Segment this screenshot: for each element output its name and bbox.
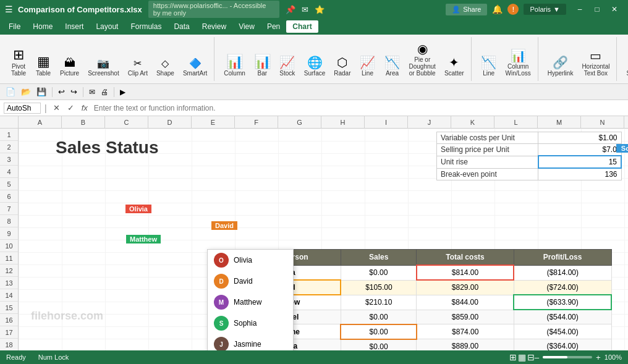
insert-function-button[interactable]: fx: [79, 103, 90, 113]
row-num-7: 7: [0, 203, 18, 215]
radar-chart-button[interactable]: ⬡Radar: [331, 54, 354, 78]
zoom-level: 100%: [605, 353, 622, 361]
info-row-3: Unit rise 15: [437, 156, 622, 168]
normal-view-button[interactable]: ⊞: [509, 352, 517, 362]
toolbar-save[interactable]: 💾: [35, 87, 48, 97]
formula-input[interactable]: [94, 104, 624, 112]
row-num-14: 14: [0, 289, 18, 302]
toolbar-new[interactable]: 📄: [4, 87, 17, 97]
info-value-1: $1.00: [538, 132, 621, 144]
col-header-L: L: [494, 116, 538, 128]
share-button[interactable]: 👤 Share: [446, 4, 487, 15]
ribbon: ⊞PivotTable ▦Table 🏔Picture 📷Screenshot …: [0, 35, 628, 84]
cell-costs-olivia: $814.00: [417, 265, 514, 280]
status-bar: Ready Num Lock ⊞ ▦ ⊟ – + 100%: [0, 350, 628, 364]
menu-item-pen[interactable]: Pen: [261, 20, 286, 33]
menu-item-insert[interactable]: Insert: [59, 20, 90, 33]
hyperlink-button[interactable]: 🔗Hyperlink: [545, 54, 577, 78]
pie-chart-button[interactable]: ◉Pie orDoughnutor Bubble: [406, 41, 439, 78]
zoom-out-button[interactable]: –: [535, 353, 539, 362]
view-buttons: ⊞ ▦ ⊟: [509, 352, 535, 362]
cell-sales-michael: $0.00: [341, 310, 416, 324]
menu-bar: FileHomeInsertLayoutFormulasDataReviewVi…: [0, 19, 628, 35]
maximize-button[interactable]: □: [588, 1, 606, 18]
text-box-button[interactable]: ▭HorizontalText Box: [579, 48, 613, 78]
page-break-button[interactable]: ⊟: [527, 352, 535, 362]
menu-item-view[interactable]: View: [232, 20, 261, 33]
cell-costs-david: $829.00: [417, 280, 514, 295]
minimize-button[interactable]: –: [571, 1, 588, 18]
row-num-17: 17: [0, 326, 18, 339]
smart-art-button[interactable]: 🔷SmartArt: [180, 57, 210, 78]
sparkline-line-button[interactable]: 📉Line: [478, 54, 500, 78]
zoom-slider[interactable]: [543, 356, 592, 358]
grid-area[interactable]: Sales Status Variable costs per Unit $1.…: [19, 129, 628, 350]
page-layout-button[interactable]: ▦: [518, 352, 526, 362]
menu-item-file[interactable]: File: [2, 20, 27, 33]
area-chart-button[interactable]: 📉Area: [381, 54, 404, 78]
line-chart-button[interactable]: 📈Line: [357, 54, 379, 78]
menu-item-chart[interactable]: Chart: [286, 20, 318, 33]
scatter-chart-button[interactable]: ✦Scatter: [441, 54, 467, 78]
cell-profit-olivia: ($814.00): [514, 265, 611, 280]
col-header-sales: Sales: [341, 250, 416, 266]
symbol-group: ΩSymbol: [619, 37, 628, 81]
row-num-3: 3: [0, 153, 18, 166]
cell-costs-michael: $859.00: [417, 310, 514, 324]
mail-icon[interactable]: ✉: [302, 5, 308, 14]
toolbar-open[interactable]: 📂: [19, 87, 33, 97]
corner-cell: [0, 116, 19, 128]
cell-costs-jasmine: $874.00: [417, 324, 514, 339]
column-chart-button[interactable]: 📊Column: [221, 53, 248, 78]
dropdown-item-sophia[interactable]: SSophia: [208, 313, 293, 334]
menu-item-layout[interactable]: Layout: [90, 20, 124, 33]
zoom-in-button[interactable]: +: [596, 353, 601, 362]
dropdown-label-jasmine: Jasmine: [234, 340, 261, 349]
pivot-table-button[interactable]: ⊞PivotTable: [7, 46, 30, 78]
star-icon[interactable]: ⭐: [315, 5, 325, 14]
confirm-formula-button[interactable]: ✓: [65, 103, 77, 113]
col-header-I: I: [365, 116, 408, 128]
dropdown-item-jasmine[interactable]: JJasmine: [208, 334, 293, 350]
shape-button[interactable]: ◇Shape: [153, 57, 177, 78]
col-header-K: K: [451, 116, 494, 128]
clip-art-button[interactable]: ✂Clip Art: [125, 57, 151, 78]
row-num-11: 11: [0, 252, 18, 265]
info-table: Variable costs per Unit $1.00 Selling pr…: [436, 132, 622, 180]
picture-button[interactable]: 🏔Picture: [57, 56, 82, 78]
pin-icon[interactable]: 📌: [286, 5, 295, 14]
symbol-button[interactable]: ΩSymbol: [623, 53, 628, 78]
screenshot-button[interactable]: 📷Screenshot: [85, 57, 122, 78]
toolbar-print[interactable]: 🖨: [99, 87, 110, 97]
cancel-formula-button[interactable]: ✕: [51, 103, 62, 113]
bar-chart-button[interactable]: 📊Bar: [251, 53, 274, 78]
person-dropdown[interactable]: OOliviaDDavidMMatthewSSophiaJJasmine: [207, 249, 294, 350]
stock-chart-button[interactable]: 📈Stock: [276, 54, 299, 78]
dropdown-item-olivia[interactable]: OOlivia: [208, 250, 293, 271]
toolbar-email[interactable]: ✉: [87, 87, 97, 97]
polaris-button[interactable]: Polaris ▼: [524, 4, 566, 15]
toolbar-redo[interactable]: ↪: [69, 87, 79, 97]
info-row-2: Selling price per Unit $7.00 Sophia: [437, 144, 622, 156]
notification-icon[interactable]: 🔔: [492, 4, 503, 14]
dropdown-item-matthew[interactable]: MMatthew: [208, 292, 293, 313]
surface-chart-button[interactable]: 🌐Surface: [301, 54, 328, 78]
sparkline-column-button[interactable]: 📊ColumnWin/Loss: [503, 48, 534, 78]
cell-profit-matthew: ($633.90): [514, 295, 611, 310]
row-num-1: 1: [0, 129, 18, 141]
menu-item-home[interactable]: Home: [27, 20, 59, 33]
toolbar-undo[interactable]: ↩: [56, 87, 67, 97]
cell-sales-olivia: $0.00: [341, 265, 416, 280]
menu-item-formulas[interactable]: Formulas: [124, 20, 168, 33]
table-button[interactable]: ▦Table: [32, 53, 54, 78]
toolbar-format[interactable]: ▶: [118, 87, 127, 97]
close-button[interactable]: ✕: [606, 1, 623, 18]
menu-item-review[interactable]: Review: [196, 20, 232, 33]
warning-badge: !: [507, 4, 519, 15]
row-num-6: 6: [0, 190, 18, 203]
dropdown-item-david[interactable]: DDavid: [208, 271, 293, 292]
menu-item-data[interactable]: Data: [168, 20, 195, 33]
avatar-matthew: M: [214, 295, 229, 310]
hamburger-icon[interactable]: ☰: [5, 4, 13, 14]
cell-reference-input[interactable]: [4, 103, 41, 114]
